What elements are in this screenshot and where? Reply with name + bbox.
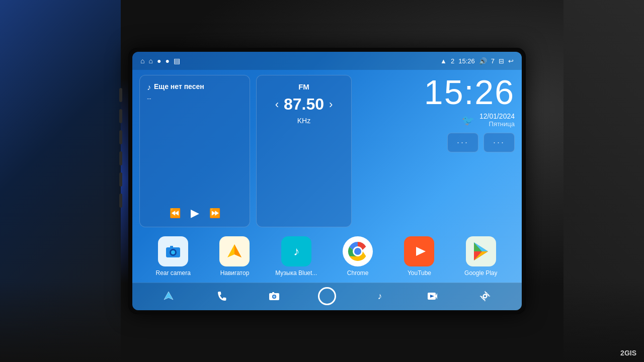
clock-extra-btn-1[interactable]: ··· [447, 133, 478, 152]
svg-point-11 [354, 248, 361, 255]
dot-icon-1: ● [157, 57, 161, 65]
svg-rect-23 [272, 292, 274, 294]
status-bar: ⌂ ⌂ ● ● ▤ ▲ 2 15:26 🔊 7 ⊟ ↩ [132, 52, 522, 70]
music-widget: ♪ Еще нет песен -- ⏪ ▶ ⏩ [139, 75, 250, 227]
rear-camera-label: Rear camera [155, 269, 190, 277]
dock-camera[interactable] [265, 287, 283, 305]
svg-point-2 [171, 250, 175, 254]
nav-icon: ⌂ [148, 57, 152, 65]
volume-icon: 🔊 [479, 57, 487, 65]
clock-date-info: 12/01/2024 Пятница [479, 112, 515, 128]
clock-bird-icon: 🐦 [462, 114, 474, 126]
app-google-play[interactable]: Google Play [458, 236, 504, 277]
clock-extra-row: ··· ··· [447, 133, 515, 152]
navigator-icon [219, 236, 250, 266]
status-left-icons: ⌂ ⌂ ● ● ▤ [140, 57, 180, 65]
navigator-label: Навигатор [220, 269, 250, 277]
main-content: ♪ Еще нет песен -- ⏪ ▶ ⏩ FM ‹ 87.50 › K [132, 70, 522, 232]
music-title: Еще нет песен [154, 82, 204, 90]
fm-next-button[interactable]: › [329, 98, 333, 111]
app-youtube[interactable]: YouTube [396, 236, 442, 277]
svg-text:♪: ♪ [293, 244, 299, 258]
fm-prev-button[interactable]: ‹ [275, 98, 279, 111]
status-time: 15:26 [458, 57, 475, 65]
tablet-device: ⌂ ⌂ ● ● ▤ ▲ 2 15:26 🔊 7 ⊟ ↩ ♪ [128, 48, 526, 314]
dock-settings[interactable] [476, 287, 494, 305]
back-icon: ↩ [508, 57, 514, 65]
wifi-icon: ▲ [440, 57, 447, 65]
clock-widget: 15:26 🐦 12/01/2024 Пятница ··· ··· [358, 75, 515, 227]
google-play-icon [466, 236, 496, 266]
bottom-dock: ♪ [132, 283, 522, 310]
dock-home[interactable] [318, 287, 336, 305]
app-navigator[interactable]: Навигатор [212, 236, 257, 277]
volume-level: 7 [491, 57, 495, 65]
fm-frequency: 87.50 [284, 95, 324, 114]
dot-icon-2: ● [165, 57, 169, 65]
android-screen: ⌂ ⌂ ● ● ▤ ▲ 2 15:26 🔊 7 ⊟ ↩ ♪ [132, 52, 522, 310]
side-btn-5[interactable] [119, 172, 122, 187]
music-controls: ⏪ ▶ ⏩ [147, 207, 243, 220]
side-btn-6[interactable] [119, 194, 122, 208]
rear-camera-icon [158, 236, 188, 266]
dock-navigation[interactable] [159, 287, 178, 305]
media-icon: ▤ [174, 57, 180, 65]
clock-extra-btn-2[interactable]: ··· [484, 133, 515, 152]
music-bluetooth-icon: ♪ [281, 236, 311, 266]
sim-icon: 2 [451, 57, 454, 65]
clock-date-row: 🐦 12/01/2024 Пятница [462, 112, 515, 128]
side-btn-4[interactable] [119, 151, 122, 165]
app-music-bluetooth[interactable]: ♪ Музыка Bluet... [274, 236, 319, 277]
fm-label: FM [298, 82, 309, 91]
clock-time: 15:26 [424, 75, 515, 109]
home-icon: ⌂ [140, 57, 144, 65]
side-buttons [119, 88, 122, 208]
watermark: 2GIS [620, 349, 636, 357]
svg-point-29 [484, 295, 487, 298]
music-subtitle: -- [147, 95, 243, 102]
svg-text:♪: ♪ [377, 291, 382, 301]
side-btn-2[interactable] [119, 109, 122, 123]
dock-home-circle [318, 287, 336, 305]
svg-point-22 [273, 296, 276, 298]
rewind-button[interactable]: ⏪ [170, 208, 181, 219]
battery-icon: ⊟ [499, 57, 504, 65]
apps-row: Rear camera Навигатор ♪ [132, 232, 522, 283]
side-btn-3[interactable] [119, 130, 122, 144]
fm-widget: FM ‹ 87.50 › KHz [256, 75, 352, 227]
music-bluetooth-label: Музыка Bluet... [275, 269, 317, 277]
svg-marker-26 [436, 293, 437, 299]
youtube-label: YouTube [408, 269, 431, 277]
svg-rect-3 [170, 246, 173, 248]
forward-button[interactable]: ⏩ [209, 208, 220, 219]
dock-phone[interactable] [212, 287, 230, 305]
fm-unit: KHz [297, 117, 310, 125]
app-rear-camera[interactable]: Rear camera [150, 236, 196, 277]
youtube-icon [404, 236, 434, 266]
play-button[interactable]: ▶ [191, 207, 199, 220]
chrome-label: Chrome [347, 269, 369, 277]
status-right-info: ▲ 2 15:26 🔊 7 ⊟ ↩ [440, 57, 514, 65]
google-play-label: Google Play [464, 269, 497, 277]
svg-marker-19 [164, 292, 173, 300]
clock-date: 12/01/2024 [479, 112, 515, 120]
app-chrome[interactable]: Chrome [335, 236, 380, 277]
side-btn-1[interactable] [119, 88, 122, 102]
dock-video[interactable] [424, 287, 442, 305]
fm-frequency-row: ‹ 87.50 › [275, 95, 333, 114]
dock-music[interactable]: ♪ [371, 287, 389, 305]
chrome-icon [343, 236, 373, 266]
music-note-icon: ♪ [147, 83, 151, 92]
clock-day: Пятница [479, 120, 515, 128]
